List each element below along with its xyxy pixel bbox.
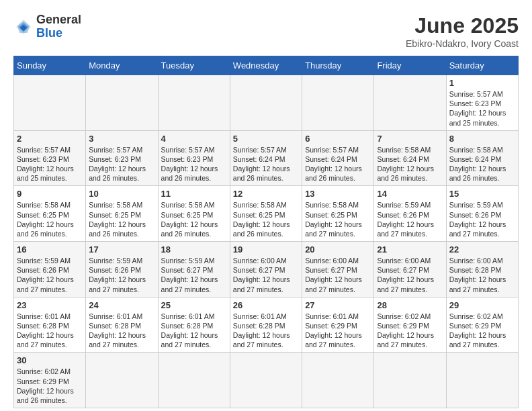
day-info: Sunrise: 5:57 AMSunset: 6:23 PMDaylight:… [17,146,74,183]
location: Ebikro-Ndakro, Ivory Coast [406,38,519,49]
empty-cell [230,75,302,131]
empty-cell [302,353,374,408]
calendar-table: SundayMondayTuesdayWednesdayThursdayFrid… [13,56,519,408]
day-number: 10 [89,189,154,199]
calendar-day: 28 Sunrise: 6:02 AMSunset: 6:29 PMDaylig… [374,297,446,353]
day-info: Sunrise: 5:58 AMSunset: 6:25 PMDaylight:… [89,201,146,238]
weekday-header-saturday: Saturday [446,56,518,75]
day-info: Sunrise: 5:59 AMSunset: 6:27 PMDaylight:… [161,257,218,293]
day-number: 12 [233,189,299,199]
day-number: 8 [449,134,515,144]
day-number: 26 [233,300,299,310]
month-title: June 2025 [406,13,519,38]
day-number: 6 [305,134,371,144]
weekday-header-row: SundayMondayTuesdayWednesdayThursdayFrid… [14,56,519,75]
day-number: 13 [305,189,371,199]
weekday-header-tuesday: Tuesday [158,56,230,75]
calendar-row: 1 Sunrise: 5:57 AMSunset: 6:23 PMDayligh… [14,75,519,131]
day-number: 3 [89,134,154,144]
day-info: Sunrise: 5:57 AMSunset: 6:23 PMDaylight:… [89,146,146,183]
day-info: Sunrise: 5:58 AMSunset: 6:25 PMDaylight:… [17,201,74,238]
empty-cell [158,353,230,408]
calendar-day: 12 Sunrise: 5:58 AMSunset: 6:25 PMDaylig… [230,186,302,242]
calendar-day: 20 Sunrise: 6:00 AMSunset: 6:27 PMDaylig… [302,242,374,298]
calendar-day: 19 Sunrise: 6:00 AMSunset: 6:27 PMDaylig… [230,242,302,298]
logo-blue: Blue [36,26,62,40]
empty-cell [14,75,86,131]
day-info: Sunrise: 6:01 AMSunset: 6:29 PMDaylight:… [305,312,362,349]
calendar-day: 27 Sunrise: 6:01 AMSunset: 6:29 PMDaylig… [302,297,374,353]
day-number: 30 [17,355,83,365]
day-number: 5 [233,134,299,144]
logo-icon [13,17,34,37]
day-info: Sunrise: 6:00 AMSunset: 6:27 PMDaylight:… [233,257,290,293]
day-number: 29 [449,300,515,310]
page-header: General Blue June 2025 Ebikro-Ndakro, Iv… [13,13,519,49]
calendar-day: 15 Sunrise: 5:59 AMSunset: 6:26 PMDaylig… [446,186,518,242]
calendar-day: 22 Sunrise: 6:00 AMSunset: 6:28 PMDaylig… [446,242,518,298]
day-number: 17 [89,244,154,255]
calendar-day: 14 Sunrise: 5:59 AMSunset: 6:26 PMDaylig… [374,186,446,242]
calendar-day: 17 Sunrise: 5:59 AMSunset: 6:26 PMDaylig… [86,242,158,298]
calendar-day: 16 Sunrise: 5:59 AMSunset: 6:26 PMDaylig… [14,242,86,298]
weekday-header-sunday: Sunday [14,56,86,75]
day-number: 15 [449,189,515,199]
day-number: 25 [161,300,227,310]
day-info: Sunrise: 6:01 AMSunset: 6:28 PMDaylight:… [233,312,290,349]
day-number: 2 [17,134,83,144]
day-number: 21 [377,244,443,255]
weekday-header-thursday: Thursday [302,56,374,75]
day-info: Sunrise: 5:58 AMSunset: 6:24 PMDaylight:… [377,146,434,183]
day-number: 16 [17,244,83,255]
calendar-day: 3 Sunrise: 5:57 AMSunset: 6:23 PMDayligh… [86,130,158,186]
day-info: Sunrise: 5:59 AMSunset: 6:26 PMDaylight:… [17,257,74,293]
day-info: Sunrise: 6:01 AMSunset: 6:28 PMDaylight:… [89,312,146,349]
day-info: Sunrise: 6:00 AMSunset: 6:28 PMDaylight:… [449,257,506,293]
day-info: Sunrise: 5:57 AMSunset: 6:23 PMDaylight:… [449,90,506,127]
day-number: 20 [305,244,371,255]
empty-cell [374,353,446,408]
day-number: 7 [377,134,443,144]
weekday-header-friday: Friday [374,56,446,75]
day-number: 18 [161,244,227,255]
calendar-day: 9 Sunrise: 5:58 AMSunset: 6:25 PMDayligh… [14,186,86,242]
calendar-day: 11 Sunrise: 5:58 AMSunset: 6:25 PMDaylig… [158,186,230,242]
calendar-day: 8 Sunrise: 5:58 AMSunset: 6:24 PMDayligh… [446,130,518,186]
day-info: Sunrise: 5:57 AMSunset: 6:24 PMDaylight:… [305,146,362,183]
empty-cell [230,353,302,408]
day-info: Sunrise: 5:59 AMSunset: 6:26 PMDaylight:… [449,201,506,238]
day-info: Sunrise: 6:00 AMSunset: 6:27 PMDaylight:… [305,257,362,293]
day-info: Sunrise: 6:01 AMSunset: 6:28 PMDaylight:… [17,312,74,349]
calendar-day: 1 Sunrise: 5:57 AMSunset: 6:23 PMDayligh… [446,75,518,131]
day-number: 1 [449,78,515,88]
calendar-day: 24 Sunrise: 6:01 AMSunset: 6:28 PMDaylig… [86,297,158,353]
day-info: Sunrise: 5:59 AMSunset: 6:26 PMDaylight:… [377,201,434,238]
calendar-row: 30 Sunrise: 6:02 AMSunset: 6:29 PMDaylig… [14,353,519,408]
empty-cell [86,353,158,408]
calendar-day: 10 Sunrise: 5:58 AMSunset: 6:25 PMDaylig… [86,186,158,242]
day-number: 22 [449,244,515,255]
day-info: Sunrise: 6:02 AMSunset: 6:29 PMDaylight:… [17,367,74,404]
day-number: 24 [89,300,154,310]
calendar-day: 26 Sunrise: 6:01 AMSunset: 6:28 PMDaylig… [230,297,302,353]
day-info: Sunrise: 5:59 AMSunset: 6:26 PMDaylight:… [89,257,146,293]
calendar-day: 25 Sunrise: 6:01 AMSunset: 6:28 PMDaylig… [158,297,230,353]
calendar-day: 23 Sunrise: 6:01 AMSunset: 6:28 PMDaylig… [14,297,86,353]
logo-general: General [36,13,81,26]
empty-cell [86,75,158,131]
day-info: Sunrise: 5:58 AMSunset: 6:24 PMDaylight:… [449,146,506,183]
empty-cell [374,75,446,131]
calendar-row: 2 Sunrise: 5:57 AMSunset: 6:23 PMDayligh… [14,130,519,186]
day-number: 4 [161,134,227,144]
weekday-header-wednesday: Wednesday [230,56,302,75]
calendar-day: 5 Sunrise: 5:57 AMSunset: 6:24 PMDayligh… [230,130,302,186]
day-number: 9 [17,189,83,199]
day-info: Sunrise: 5:57 AMSunset: 6:24 PMDaylight:… [233,146,290,183]
day-info: Sunrise: 5:57 AMSunset: 6:23 PMDaylight:… [161,146,218,183]
day-info: Sunrise: 5:58 AMSunset: 6:25 PMDaylight:… [305,201,362,238]
day-number: 19 [233,244,299,255]
title-block: June 2025 Ebikro-Ndakro, Ivory Coast [406,13,519,49]
weekday-header-monday: Monday [86,56,158,75]
calendar-row: 23 Sunrise: 6:01 AMSunset: 6:28 PMDaylig… [14,297,519,353]
logo-text: General Blue [36,13,81,40]
